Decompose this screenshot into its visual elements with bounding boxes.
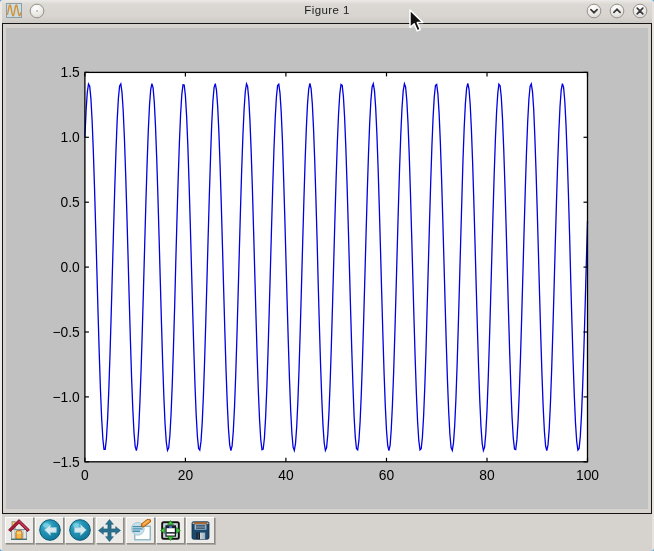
svg-text:0.0: 0.0 bbox=[61, 260, 81, 275]
svg-text:20: 20 bbox=[178, 468, 194, 483]
svg-text:−0.5: −0.5 bbox=[52, 325, 80, 340]
svg-text:60: 60 bbox=[379, 468, 395, 483]
svg-text:−1.5: −1.5 bbox=[52, 455, 80, 470]
svg-text:40: 40 bbox=[278, 468, 294, 483]
svg-text:0: 0 bbox=[81, 468, 89, 483]
svg-text:80: 80 bbox=[479, 468, 495, 483]
svg-text:1.0: 1.0 bbox=[61, 130, 81, 145]
svg-text:−1.0: −1.0 bbox=[52, 390, 80, 405]
svg-text:1.5: 1.5 bbox=[61, 65, 81, 80]
svg-text:0.5: 0.5 bbox=[61, 195, 81, 210]
svg-text:100: 100 bbox=[576, 468, 599, 483]
